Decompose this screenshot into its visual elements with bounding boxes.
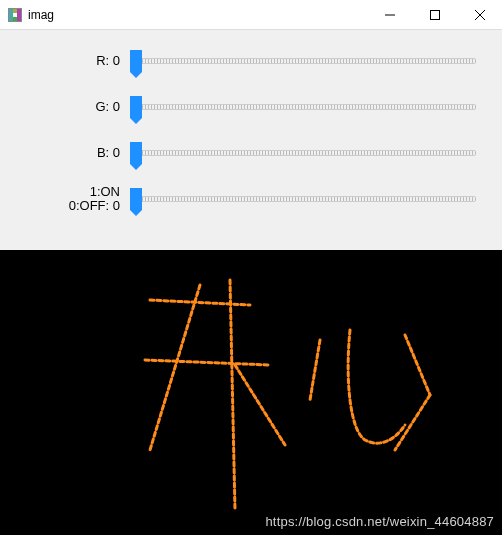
svg-rect-1 [430, 10, 439, 19]
titlebar[interactable]: imag [0, 0, 502, 30]
minimize-icon [385, 10, 395, 20]
watermark: https://blog.csdn.net/weixin_44604887 [265, 514, 494, 529]
trackbar-switch-label: 1:ON 0:OFF: 0 [6, 185, 126, 214]
trackbar-switch-track[interactable] [126, 184, 486, 214]
trackbar-r-label: R: 0 [6, 54, 126, 68]
window-title: imag [28, 8, 367, 22]
trackbar-g-thumb[interactable] [130, 96, 142, 118]
trackbar-b-thumb[interactable] [130, 142, 142, 164]
trackbar-r: R: 0 [6, 38, 496, 84]
trackbar-b-label: B: 0 [6, 146, 126, 160]
handwriting-svg [0, 250, 502, 535]
drawing-canvas[interactable]: https://blog.csdn.net/weixin_44604887 [0, 250, 502, 535]
minimize-button[interactable] [367, 0, 412, 29]
trackbar-b: B: 0 [6, 130, 496, 176]
trackbar-rail [136, 104, 476, 110]
trackbar-r-track[interactable] [126, 46, 486, 76]
trackbar-switch-thumb[interactable] [130, 188, 142, 210]
trackbar-panel: R: 0 G: 0 B: 0 1:ON 0:OFF: 0 [0, 30, 502, 242]
trackbar-rail [136, 196, 476, 202]
maximize-icon [430, 10, 440, 20]
trackbar-b-track[interactable] [126, 138, 486, 168]
trackbar-rail [136, 58, 476, 64]
trackbar-g-track[interactable] [126, 92, 486, 122]
maximize-button[interactable] [412, 0, 457, 29]
close-icon [475, 10, 485, 20]
trackbar-rail [136, 150, 476, 156]
trackbar-g: G: 0 [6, 84, 496, 130]
trackbar-switch: 1:ON 0:OFF: 0 [6, 176, 496, 222]
app-icon [8, 8, 22, 22]
trackbar-g-label: G: 0 [6, 100, 126, 114]
window-controls [367, 0, 502, 29]
trackbar-r-thumb[interactable] [130, 50, 142, 72]
close-button[interactable] [457, 0, 502, 29]
